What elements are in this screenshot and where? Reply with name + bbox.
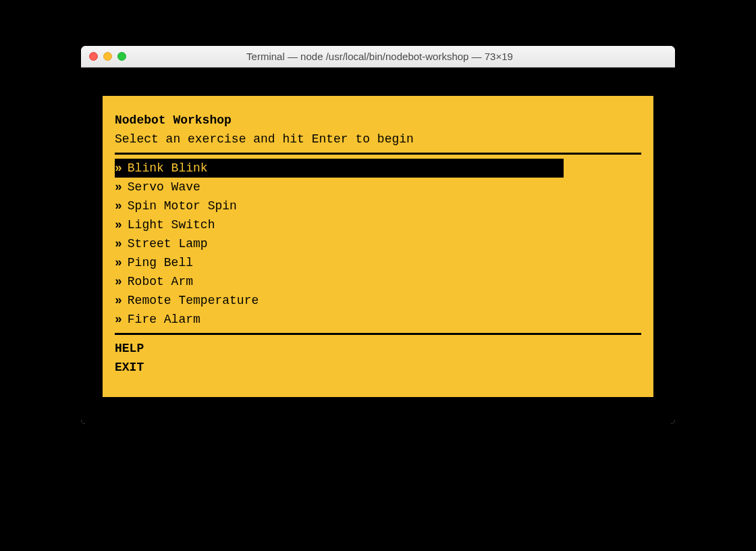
terminal-window: Terminal — node /usr/local/bin/nodebot-w… [81, 46, 675, 424]
bullet-icon: » [115, 178, 128, 196]
menu-item-label: Street Lamp [128, 234, 208, 253]
menu-item[interactable]: » Fire Alarm [115, 310, 641, 329]
menu-item[interactable]: » Servo Wave [115, 178, 641, 196]
menu-item[interactable]: » Spin Motor Spin [115, 196, 641, 215]
bullet-icon: » [115, 272, 128, 291]
menu-item-label: Light Switch [128, 215, 215, 234]
titlebar[interactable]: Terminal — node /usr/local/bin/nodebot-w… [81, 46, 675, 68]
exit-button[interactable]: EXIT [115, 358, 641, 377]
exercise-menu: » Blink Blink » Servo Wave » Spin Motor … [115, 159, 641, 329]
divider [115, 333, 641, 335]
menu-item-label: Robot Arm [128, 272, 193, 291]
traffic-lights [89, 52, 126, 61]
menu-item-label: Remote Temperature [128, 291, 259, 310]
workshopper-screen: Nodebot Workshop Select an exercise and … [103, 96, 653, 397]
maximize-icon[interactable] [117, 52, 126, 61]
menu-item-selected[interactable]: » Blink Blink [115, 159, 564, 178]
menu-item[interactable]: » Robot Arm [115, 272, 641, 291]
menu-item[interactable]: » Remote Temperature [115, 291, 641, 310]
bullet-icon: » [115, 253, 128, 272]
window-title: Terminal — node /usr/local/bin/nodebot-w… [130, 51, 629, 62]
menu-item-label: Ping Bell [128, 253, 193, 272]
menu-item-label: Servo Wave [128, 178, 200, 196]
menu-item-label: Fire Alarm [128, 310, 200, 329]
help-button[interactable]: HELP [115, 339, 641, 358]
bullet-icon: » [115, 196, 128, 215]
divider [115, 153, 641, 155]
bullet-icon: » [115, 234, 128, 253]
menu-item[interactable]: » Street Lamp [115, 234, 641, 253]
app-subtitle: Select an exercise and hit Enter to begi… [115, 130, 641, 149]
bullet-icon: » [115, 291, 128, 310]
app-heading: Nodebot Workshop [115, 111, 641, 130]
minimize-icon[interactable] [103, 52, 112, 61]
menu-item[interactable]: » Light Switch [115, 215, 641, 234]
menu-item-label: Spin Motor Spin [128, 196, 237, 215]
menu-item[interactable]: » Ping Bell [115, 253, 641, 272]
terminal-body[interactable]: Nodebot Workshop Select an exercise and … [81, 68, 675, 424]
bullet-icon: » [115, 310, 128, 329]
bullet-icon: » [115, 215, 128, 234]
close-icon[interactable] [89, 52, 98, 61]
menu-item-label: Blink Blink [128, 159, 208, 178]
bullet-icon: » [115, 159, 128, 178]
